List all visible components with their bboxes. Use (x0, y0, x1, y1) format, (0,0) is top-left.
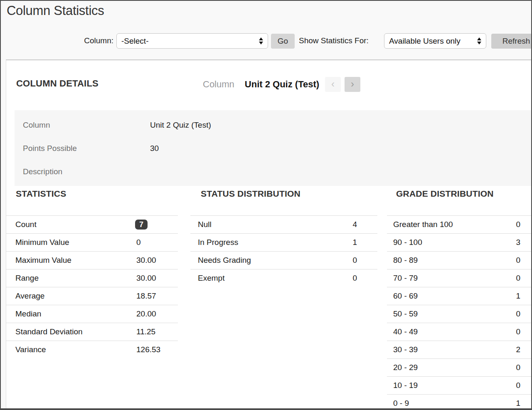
row-value: 30.00 (136, 256, 156, 265)
next-column-button[interactable]: › (345, 77, 360, 92)
row-value: 0 (516, 363, 532, 372)
select-spinner-icon (477, 37, 481, 44)
statistics-row: Maximum Value30.00 (6, 251, 178, 269)
row-label: 10 - 19 (393, 381, 418, 390)
go-button[interactable]: Go (271, 34, 295, 49)
grade-distribution-row: 60 - 691 (387, 287, 532, 305)
row-label: 20 - 29 (393, 363, 418, 372)
row-label: Greater than 100 (393, 220, 453, 229)
detail-label: Column (23, 121, 150, 130)
column-navigator: Column Unit 2 Quiz (Test) ‹ › (203, 77, 360, 92)
row-value: 20.00 (136, 309, 156, 319)
row-label: In Progress (198, 238, 238, 247)
detail-label: Points Possible (23, 144, 150, 153)
statistics-heading: STATISTICS (6, 189, 178, 199)
grade-distribution-row: 20 - 290 (387, 358, 532, 376)
row-label: Maximum Value (15, 256, 71, 265)
column-details-heading: COLUMN DETAILS (16, 78, 99, 89)
row-label: Range (15, 274, 39, 283)
statistics-row: Count7 (6, 215, 178, 233)
column-statistics-page: Column Statistics Column: -Select- Go Sh… (0, 0, 532, 410)
row-value: 0 (516, 220, 532, 229)
row-label: Average (15, 291, 44, 301)
statistics-section: STATISTICS Count7Minimum Value0Maximum V… (6, 189, 178, 358)
grade-distribution-row: Greater than 1000 (387, 215, 532, 233)
column-select-value: -Select- (121, 37, 148, 46)
row-value: 30.00 (136, 274, 156, 283)
row-value: 1 (516, 399, 532, 408)
current-column-name: Unit 2 Quiz (Test) (245, 79, 319, 90)
grade-distribution-row: 50 - 590 (387, 305, 532, 323)
row-value: 0 (516, 327, 532, 336)
column-select[interactable]: -Select- (116, 33, 268, 49)
refresh-button[interactable]: Refresh (491, 34, 532, 49)
count-badge: 7 (135, 220, 148, 230)
row-value: 0 (352, 256, 377, 265)
row-label: Null (198, 220, 212, 229)
status-distribution-row: Needs Grading0 (190, 251, 377, 269)
select-spinner-icon (259, 37, 263, 44)
statistics-row: Range30.00 (6, 269, 178, 287)
row-value: 18.57 (136, 291, 156, 301)
row-value: 3 (516, 238, 532, 247)
grade-distribution-section: GRADE DISTRIBUTION Greater than 100090 -… (387, 189, 532, 410)
row-label: 30 - 39 (393, 345, 418, 354)
row-label: Count (15, 220, 37, 229)
row-value: 0 (352, 274, 377, 283)
grade-distribution-row: 30 - 392 (387, 341, 532, 358)
row-value: 11.25 (136, 327, 155, 336)
row-label: 80 - 89 (393, 256, 418, 265)
detail-row-description: Description (15, 160, 531, 183)
row-label: 90 - 100 (393, 238, 422, 247)
statistics-table: Count7Minimum Value0Maximum Value30.00Ra… (6, 215, 178, 358)
show-statistics-select-value: Available Users only (389, 37, 461, 46)
status-distribution-heading: STATUS DISTRIBUTION (190, 189, 377, 199)
row-label: Variance (15, 345, 46, 354)
row-value: 126.53 (136, 345, 160, 354)
column-details-header: COLUMN DETAILS Column Unit 2 Quiz (Test)… (6, 77, 531, 94)
status-distribution-section: STATUS DISTRIBUTION Null4In Progress1Nee… (190, 189, 377, 287)
status-distribution-row: Null4 (190, 215, 377, 233)
status-distribution-row: Exempt0 (190, 269, 377, 287)
row-value: 0 (516, 274, 532, 283)
statistics-row: Standard Deviation11.25 (6, 323, 178, 341)
show-statistics-label: Show Statistics For: (299, 36, 369, 45)
grade-distribution-row: 90 - 1003 (387, 233, 532, 251)
row-value: 0 (136, 238, 141, 247)
previous-column-button[interactable]: ‹ (325, 77, 341, 92)
content-panel: COLUMN DETAILS Column Unit 2 Quiz (Test)… (6, 59, 531, 410)
column-detail-box: Column Unit 2 Quiz (Test) Points Possibl… (15, 110, 531, 186)
grade-distribution-row: 10 - 190 (387, 376, 532, 394)
show-statistics-select[interactable]: Available Users only (384, 33, 486, 49)
row-label: Exempt (198, 274, 224, 283)
row-label: 0 - 9 (393, 399, 409, 408)
grade-distribution-row: 80 - 890 (387, 251, 532, 269)
status-distribution-row: In Progress1 (190, 233, 377, 251)
row-label: 50 - 59 (393, 309, 418, 319)
statistics-row: Median20.00 (6, 305, 178, 323)
detail-label: Description (23, 167, 150, 176)
row-label: Minimum Value (15, 238, 69, 247)
row-label: 60 - 69 (393, 291, 418, 301)
row-value: 4 (352, 220, 377, 229)
grade-distribution-table: Greater than 100090 - 100380 - 89070 - 7… (387, 215, 532, 410)
statistics-row: Variance126.53 (6, 341, 178, 358)
row-value: 0 (516, 381, 532, 390)
status-distribution-table: Null4In Progress1Needs Grading0Exempt0 (190, 215, 377, 287)
page-title: Column Statistics (7, 3, 104, 18)
statistics-row: Minimum Value0 (6, 233, 178, 251)
chevron-left-icon: ‹ (331, 78, 335, 89)
row-value: 0 (516, 256, 532, 265)
detail-row-column: Column Unit 2 Quiz (Test) (15, 114, 531, 137)
row-label: Standard Deviation (15, 327, 83, 336)
grade-distribution-row: 70 - 790 (387, 269, 532, 287)
detail-value: 30 (150, 144, 159, 153)
detail-row-points-possible: Points Possible 30 (15, 137, 531, 160)
detail-value: Unit 2 Quiz (Test) (150, 121, 211, 130)
statistics-row: Average18.57 (6, 287, 178, 305)
column-select-label: Column: (78, 36, 113, 45)
row-label: Needs Grading (198, 256, 251, 265)
row-value: 2 (516, 345, 532, 354)
row-label: Median (15, 309, 41, 319)
column-nav-caption: Column (203, 79, 234, 90)
